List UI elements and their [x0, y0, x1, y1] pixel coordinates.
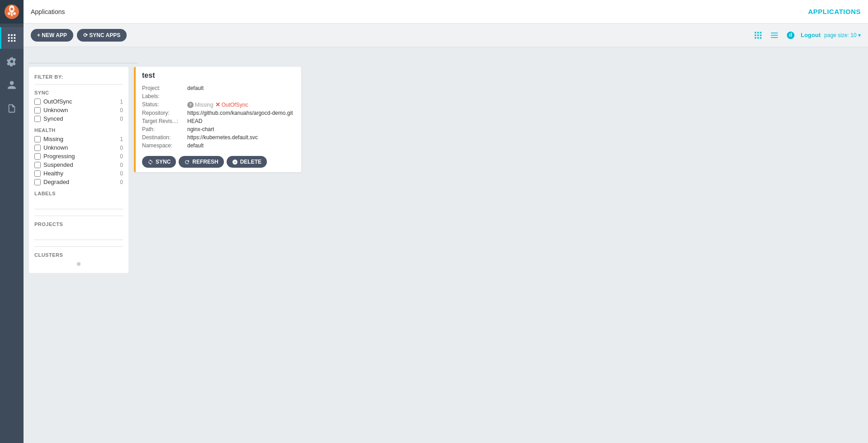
filter-divider-projects [34, 246, 123, 247]
progressing-checkbox[interactable] [34, 153, 41, 160]
sidebar-item-applications[interactable] [0, 27, 24, 49]
synced-checkbox[interactable] [34, 116, 41, 122]
body-layout: FILTER BY: SYNC OutOfSync 1 Unknown 0 [29, 67, 863, 438]
field-label-labels: Labels: [142, 92, 187, 100]
field-value-status: ? Missing ✕ OutOfSync [187, 100, 295, 109]
app-card-title[interactable]: test [142, 71, 295, 80]
sidebar-item-docs[interactable] [0, 98, 24, 119]
missing-label: Missing [43, 136, 113, 142]
svg-rect-5 [11, 13, 13, 16]
search-input[interactable] [29, 52, 138, 63]
view-toggle-icons [752, 29, 797, 42]
filter-row-suspended: Suspended 0 [34, 161, 123, 168]
svg-rect-26 [771, 37, 778, 38]
filter-by-title: FILTER BY: [34, 74, 123, 80]
table-row: Path: nginx-chart [142, 125, 295, 133]
svg-rect-19 [758, 34, 759, 36]
clusters-section-title: CLUSTERS [34, 252, 123, 258]
suspended-checkbox[interactable] [34, 162, 41, 168]
unknown-sync-checkbox[interactable] [34, 107, 41, 113]
sidebar [0, 0, 24, 443]
apps-area: test Project: default Labels: [134, 67, 863, 438]
svg-point-4 [13, 12, 16, 15]
sync-button[interactable]: SYNC [142, 156, 176, 168]
delete-button[interactable]: DELETE [227, 156, 267, 168]
field-label-path: Path: [142, 125, 187, 133]
refresh-icon [184, 159, 190, 165]
list-view-icon [770, 31, 779, 40]
sidebar-navigation [0, 24, 24, 119]
table-row: Project: default [142, 84, 295, 92]
sidebar-item-settings[interactable] [0, 51, 24, 72]
filter-row-unknown-health: Unknown 0 [34, 144, 123, 151]
filter-row-degraded: Degraded 0 [34, 179, 123, 185]
field-label-project: Project: [142, 84, 187, 92]
missing-icon: ? [187, 102, 194, 108]
sync-apps-button[interactable]: ⟳ SYNC APPS [77, 29, 127, 42]
labels-filter-input[interactable] [34, 199, 123, 209]
unknown-health-checkbox[interactable] [34, 145, 41, 151]
unknown-sync-count: 0 [116, 107, 123, 113]
filter-row-missing: Missing 1 [34, 136, 123, 142]
list-view-button[interactable] [768, 29, 781, 42]
outofsync-checkbox[interactable] [34, 99, 41, 105]
svg-point-2 [10, 8, 13, 10]
outofsync-label: OutOfSync [43, 98, 113, 105]
degraded-checkbox[interactable] [34, 179, 41, 185]
health-section-title: HEALTH [34, 127, 123, 133]
scroll-dot [77, 262, 81, 266]
topbar-left: Applications [31, 8, 65, 15]
field-value-project: default [187, 84, 295, 92]
page-size-selector[interactable]: page size: 10 ▾ [824, 32, 861, 38]
new-app-button[interactable]: + NEW APP [31, 29, 73, 42]
field-label-repository: Repository: [142, 109, 187, 117]
app-card-test: test Project: default Labels: [134, 67, 301, 172]
svg-rect-7 [11, 34, 13, 36]
svg-rect-12 [8, 40, 10, 42]
labels-section-title: LABELS [34, 191, 123, 196]
sidebar-logo[interactable] [0, 0, 24, 24]
search-bar-row [29, 52, 863, 67]
user-icon [7, 80, 17, 90]
healthy-checkbox[interactable] [34, 170, 41, 177]
refresh-button[interactable]: REFRESH [179, 156, 223, 168]
filter-divider-labels [34, 216, 123, 216]
field-label-namespace: Namespace: [142, 141, 187, 150]
grid-view-icon [754, 31, 763, 40]
chart-view-button[interactable] [784, 29, 797, 42]
topbar: Applications APPLICATIONS [24, 0, 868, 24]
healthy-label: Healthy [43, 170, 113, 177]
sidebar-item-user[interactable] [0, 74, 24, 96]
projects-filter-input[interactable] [34, 230, 123, 240]
logout-button[interactable]: Logout [801, 32, 821, 38]
missing-count: 1 [116, 136, 123, 142]
svg-rect-22 [758, 37, 759, 38]
topbar-title: Applications [31, 8, 65, 15]
toolbar: + NEW APP ⟳ SYNC APPS [24, 24, 868, 47]
grid-view-button[interactable] [752, 29, 764, 42]
svg-rect-20 [760, 34, 761, 36]
argo-logo-icon [4, 4, 20, 20]
gear-icon [7, 57, 17, 66]
unknown-health-count: 0 [116, 145, 123, 151]
table-row: Repository: https://github.com/kanuahs/a… [142, 109, 295, 117]
field-label-target-rev: Target Revis...: [142, 117, 187, 125]
svg-rect-14 [14, 40, 16, 42]
sync-icon [147, 159, 153, 165]
suspended-count: 0 [116, 162, 123, 168]
degraded-count: 0 [116, 179, 123, 185]
status-badges: ? Missing ✕ OutOfSync [187, 101, 295, 108]
svg-rect-9 [8, 37, 10, 39]
main-wrapper: Applications APPLICATIONS + NEW APP ⟳ SY… [24, 0, 868, 443]
field-value-destination: https://kubernetes.default.svc [187, 133, 295, 141]
missing-checkbox[interactable] [34, 136, 41, 142]
svg-rect-17 [760, 32, 761, 33]
sync-section-title: SYNC [34, 90, 123, 95]
scroll-indicator [34, 260, 123, 266]
svg-rect-11 [14, 37, 16, 39]
filter-panel: FILTER BY: SYNC OutOfSync 1 Unknown 0 [29, 67, 128, 273]
degraded-label: Degraded [43, 179, 113, 185]
svg-rect-15 [755, 32, 756, 33]
field-value-target-rev: HEAD [187, 117, 295, 125]
svg-rect-23 [760, 37, 761, 38]
